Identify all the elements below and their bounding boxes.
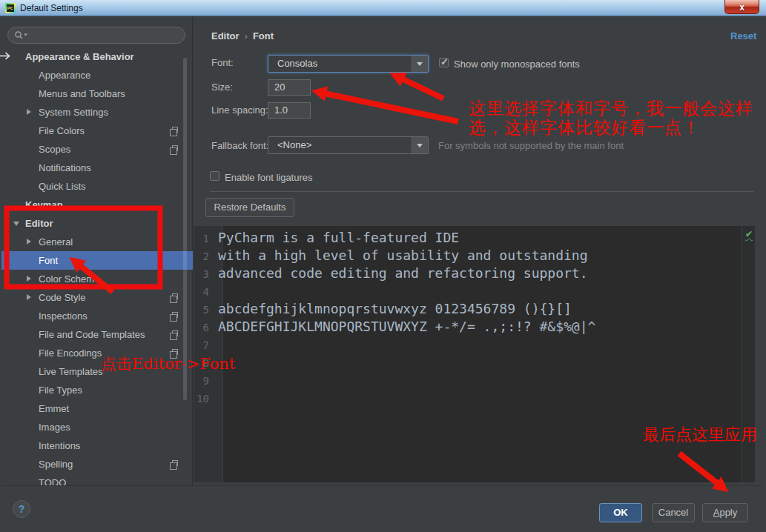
sidebar-item[interactable]: Code Style bbox=[1, 288, 193, 307]
size-field[interactable]: 20 bbox=[268, 79, 311, 96]
editor-error-stripe: ✔ bbox=[742, 226, 755, 482]
sidebar-item-label: Live Templates bbox=[1, 362, 193, 381]
shared-settings-icon bbox=[172, 312, 178, 318]
monospaced-checkbox-label: Show only monospaced fonts bbox=[454, 59, 580, 70]
pycharm-icon bbox=[5, 3, 16, 13]
line-number: 3 bbox=[194, 265, 218, 283]
fallback-font-label: Fallback font: bbox=[211, 140, 268, 151]
breadcrumb-section[interactable]: Editor bbox=[211, 30, 240, 41]
expand-arrow-icon[interactable] bbox=[27, 294, 31, 300]
section-divider bbox=[210, 191, 753, 192]
help-icon: ? bbox=[19, 503, 25, 515]
sidebar-item-label: Inspections bbox=[1, 307, 193, 325]
sidebar-item-label: Menus and Toolbars bbox=[1, 84, 193, 103]
close-button[interactable]: x bbox=[724, 0, 759, 14]
line-number: 6 bbox=[194, 319, 218, 336]
sidebar-item[interactable]: Appearance bbox=[1, 66, 193, 84]
sidebar-item-label: Spelling bbox=[1, 455, 193, 473]
ligatures-checkbox[interactable] bbox=[210, 171, 219, 181]
editor-line: 3advanced code editing and refactoring s… bbox=[194, 265, 742, 282]
line-number: 4 bbox=[194, 283, 218, 301]
restore-defaults-button[interactable]: Restore Defaults bbox=[205, 198, 294, 217]
ok-button[interactable]: OK bbox=[599, 503, 642, 522]
breadcrumb-page: Font bbox=[253, 30, 274, 41]
line-number: 10 bbox=[194, 390, 218, 408]
settings-tree: Appearance & Behavior Appearance Menus a… bbox=[1, 47, 193, 492]
cancel-button[interactable]: Cancel bbox=[652, 503, 695, 522]
sidebar-item[interactable]: System Settings bbox=[1, 103, 193, 122]
sidebar-item-label: Scopes bbox=[1, 140, 193, 159]
close-icon: x bbox=[739, 2, 744, 13]
editor-line: 8 bbox=[194, 353, 742, 371]
ligatures-checkbox-label: Enable font ligatures bbox=[225, 172, 313, 183]
line-number: 2 bbox=[194, 247, 218, 265]
sidebar-item[interactable]: Keymap bbox=[1, 196, 193, 214]
font-label: Font: bbox=[211, 57, 234, 68]
line-spacing-field[interactable]: 1.0 bbox=[268, 102, 311, 119]
shared-settings-icon bbox=[172, 145, 178, 151]
sidebar-item[interactable]: Menus and Toolbars bbox=[1, 84, 193, 103]
sidebar-item-label: Notifications bbox=[1, 159, 193, 177]
dropdown-arrow-icon bbox=[412, 56, 428, 72]
editor-line: 5abcdefghijklmnopqrstuvwxyz 0123456789 (… bbox=[194, 300, 742, 318]
breadcrumb: Editor›Font bbox=[211, 30, 274, 41]
default-settings-window: Default Settings x Appearance & Behavior… bbox=[0, 0, 766, 532]
inspections-ok-icon[interactable]: ✔ bbox=[745, 229, 753, 239]
sidebar-item[interactable]: File and Code Templates bbox=[1, 325, 193, 344]
apply-button[interactable]: Apply bbox=[702, 503, 748, 522]
sidebar-item-label: Images bbox=[1, 418, 193, 436]
expand-arrow-icon[interactable] bbox=[13, 222, 19, 226]
reset-link[interactable]: Reset bbox=[730, 30, 756, 41]
expand-arrow-icon[interactable] bbox=[27, 109, 31, 115]
sidebar-item[interactable]: Notifications bbox=[1, 159, 193, 177]
sidebar-item[interactable]: General bbox=[1, 233, 193, 251]
title-bar: Default Settings x bbox=[0, 0, 766, 16]
sidebar-item[interactable]: Editor bbox=[1, 214, 193, 233]
fallback-font-value: <None> bbox=[277, 139, 311, 150]
font-preview-editor[interactable]: ✔ 1PyCharm is a full-featured IDE2with a… bbox=[194, 226, 755, 482]
size-label: Size: bbox=[211, 82, 233, 93]
editor-line: 6ABCDEFGHIJKLMNOPQRSTUVWXYZ +-*/= .,;:!?… bbox=[194, 318, 742, 336]
sidebar-item-label: File Types bbox=[1, 381, 193, 399]
line-number: 1 bbox=[194, 230, 218, 247]
editor-line: 1PyCharm is a full-featured IDE bbox=[194, 229, 742, 247]
sidebar-item-label: Emmet bbox=[1, 399, 193, 418]
line-text: abcdefghijklmnopqrstuvwxyz 0123456789 ()… bbox=[218, 301, 572, 316]
shared-settings-icon bbox=[172, 330, 178, 336]
line-text: ABCDEFGHIJKLMNOPQRSTUVWXYZ +-*/= .,;:!? … bbox=[218, 319, 595, 334]
shared-settings-icon bbox=[172, 349, 178, 355]
search-input[interactable] bbox=[7, 27, 185, 44]
sidebar-item[interactable]: Scopes bbox=[1, 140, 193, 159]
expand-arrow-icon[interactable] bbox=[27, 239, 31, 245]
shared-settings-icon bbox=[172, 293, 178, 299]
sidebar-item[interactable]: File Encodings bbox=[1, 344, 193, 362]
sidebar-item[interactable]: File Colors bbox=[1, 122, 193, 140]
editor-line: 7 bbox=[194, 336, 742, 353]
sidebar-scrollbar[interactable] bbox=[183, 58, 187, 400]
dropdown-arrow-icon bbox=[412, 137, 428, 153]
sidebar-item[interactable]: Emmet bbox=[1, 399, 193, 418]
settings-sidebar: Appearance & Behavior Appearance Menus a… bbox=[1, 16, 193, 485]
sidebar-item[interactable]: Intentions bbox=[1, 436, 193, 455]
sidebar-item-label: Appearance & Behavior bbox=[1, 47, 193, 66]
font-family-value: Consolas bbox=[277, 58, 317, 69]
line-number: 9 bbox=[194, 372, 218, 390]
sidebar-item[interactable]: Images bbox=[1, 418, 193, 436]
help-button[interactable]: ? bbox=[13, 500, 30, 518]
sidebar-item[interactable]: Appearance & Behavior bbox=[1, 47, 193, 66]
fallback-font-select[interactable]: <None> bbox=[268, 136, 429, 154]
sidebar-item-label: File Encodings bbox=[1, 344, 193, 362]
expand-arrow-icon[interactable] bbox=[27, 276, 31, 282]
sidebar-item[interactable]: Font bbox=[1, 251, 193, 270]
sidebar-item[interactable]: Quick Lists bbox=[1, 177, 193, 196]
settings-content: Editor›Font Reset Font: Consolas Show on… bbox=[194, 16, 763, 485]
sidebar-item[interactable]: File Types bbox=[1, 381, 193, 399]
font-family-select[interactable]: Consolas bbox=[268, 55, 429, 73]
sidebar-item[interactable]: Color Scheme bbox=[1, 270, 193, 288]
sidebar-item[interactable]: Live Templates bbox=[1, 362, 193, 381]
sidebar-item[interactable]: Spelling bbox=[1, 455, 193, 473]
sidebar-item-label: Quick Lists bbox=[1, 177, 193, 196]
monospaced-checkbox[interactable] bbox=[439, 58, 449, 67]
sidebar-item[interactable]: Inspections bbox=[1, 307, 193, 325]
sidebar-item-label: Appearance bbox=[1, 66, 193, 84]
